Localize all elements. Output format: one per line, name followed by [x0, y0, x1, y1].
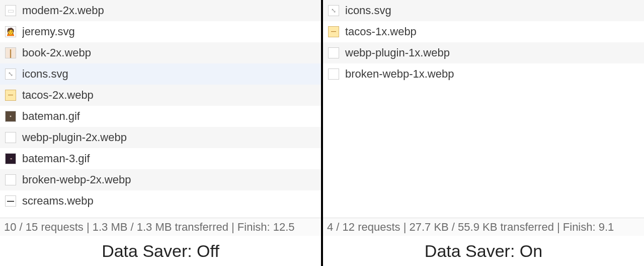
file-name: bateman-3.gif [22, 152, 321, 165]
network-row[interactable]: webp-plugin-1x.webp [323, 42, 644, 63]
file-thumb-icon [328, 26, 339, 37]
network-row[interactable]: jeremy.svg [0, 21, 321, 42]
file-thumb-icon [5, 5, 16, 16]
network-row[interactable]: tacos-2x.webp [0, 85, 321, 106]
network-row[interactable]: broken-webp-1x.webp [323, 63, 644, 85]
network-list-left: modem-2x.webpjeremy.svgbook-2x.webpicons… [0, 0, 321, 218]
file-name: tacos-1x.webp [345, 25, 644, 38]
file-name: webp-plugin-2x.webp [22, 131, 321, 144]
file-thumb-icon [5, 26, 16, 37]
file-name: broken-webp-1x.webp [345, 68, 644, 81]
network-list-right: icons.svgtacos-1x.webpwebp-plugin-1x.web… [323, 0, 644, 218]
network-row[interactable]: broken-webp-2x.webp [0, 169, 321, 190]
file-name: icons.svg [22, 68, 321, 81]
file-name: screams.webp [22, 194, 321, 208]
file-thumb-icon [328, 69, 339, 80]
network-row[interactable]: webp-plugin-2x.webp [0, 127, 321, 148]
file-name: broken-webp-2x.webp [22, 173, 321, 186]
network-row[interactable]: tacos-1x.webp [323, 21, 644, 42]
file-thumb-icon [5, 132, 16, 143]
file-name: bateman.gif [22, 110, 321, 123]
network-row[interactable]: bateman.gif [0, 106, 321, 127]
file-thumb-icon [5, 90, 16, 101]
network-row[interactable]: icons.svg [0, 63, 321, 85]
file-name: icons.svg [345, 4, 644, 17]
file-name: tacos-2x.webp [22, 89, 321, 102]
caption-right: Data Saver: On [323, 236, 644, 266]
status-bar-right: 4 / 12 requests | 27.7 KB / 55.9 KB tran… [323, 218, 644, 236]
file-thumb-icon [5, 69, 16, 80]
network-row[interactable]: bateman-3.gif [0, 148, 321, 169]
file-thumb-icon [5, 111, 16, 122]
file-thumb-icon [5, 153, 16, 164]
file-name: book-2x.webp [22, 46, 321, 59]
network-row[interactable]: book-2x.webp [0, 42, 321, 63]
file-thumb-icon [5, 174, 16, 185]
caption-left: Data Saver: Off [0, 236, 321, 266]
pane-right: icons.svgtacos-1x.webpwebp-plugin-1x.web… [323, 0, 644, 266]
file-name: webp-plugin-1x.webp [345, 46, 644, 59]
network-row[interactable]: icons.svg [323, 0, 644, 21]
file-name: modem-2x.webp [22, 4, 321, 17]
pane-left: modem-2x.webpjeremy.svgbook-2x.webpicons… [0, 0, 321, 266]
file-thumb-icon [328, 5, 339, 16]
network-row[interactable]: screams.webp [0, 190, 321, 212]
status-bar-left: 10 / 15 requests | 1.3 MB / 1.3 MB trans… [0, 218, 321, 236]
file-thumb-icon [5, 47, 16, 58]
file-thumb-icon [5, 195, 16, 207]
file-thumb-icon [328, 47, 339, 58]
file-name: jeremy.svg [22, 25, 321, 38]
network-row[interactable]: modem-2x.webp [0, 0, 321, 21]
